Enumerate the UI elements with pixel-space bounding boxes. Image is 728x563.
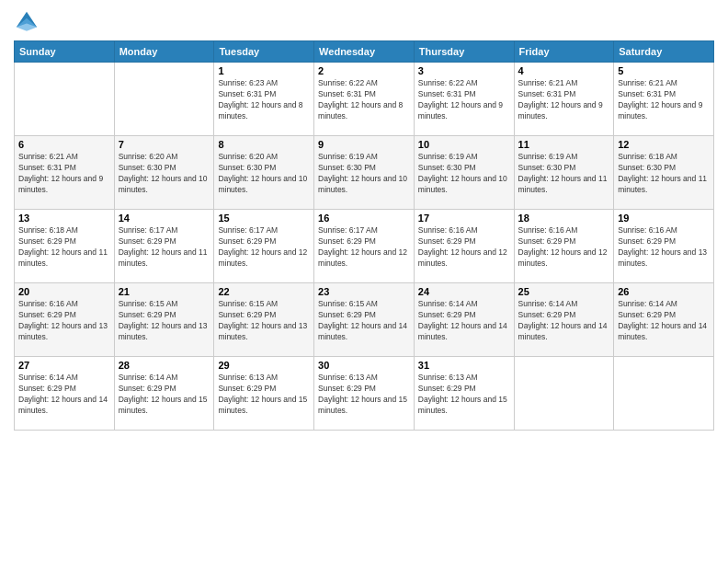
day-number: 22: [218, 286, 310, 297]
day-number: 10: [418, 139, 510, 150]
day-cell: 9Sunrise: 6:19 AM Sunset: 6:30 PM Daylig…: [314, 136, 415, 210]
week-row-5: 27Sunrise: 6:14 AM Sunset: 6:29 PM Dayli…: [15, 357, 714, 431]
day-number: 8: [218, 139, 310, 150]
day-number: 6: [18, 139, 110, 150]
day-number: 1: [218, 65, 310, 76]
day-number: 17: [418, 213, 510, 224]
day-cell: 8Sunrise: 6:20 AM Sunset: 6:30 PM Daylig…: [214, 136, 314, 210]
day-number: 3: [418, 65, 510, 76]
day-info: Sunrise: 6:15 AM Sunset: 6:29 PM Dayligh…: [218, 299, 310, 343]
day-info: Sunrise: 6:13 AM Sunset: 6:29 PM Dayligh…: [218, 373, 310, 417]
weekday-header-tuesday: Tuesday: [214, 41, 314, 63]
day-info: Sunrise: 6:21 AM Sunset: 6:31 PM Dayligh…: [618, 78, 710, 122]
weekday-header-thursday: Thursday: [414, 41, 514, 63]
weekday-header-monday: Monday: [114, 41, 214, 63]
day-info: Sunrise: 6:17 AM Sunset: 6:29 PM Dayligh…: [318, 225, 410, 270]
day-cell: [15, 63, 115, 136]
day-cell: 16Sunrise: 6:17 AM Sunset: 6:29 PM Dayli…: [314, 210, 415, 283]
day-info: Sunrise: 6:14 AM Sunset: 6:29 PM Dayligh…: [518, 299, 610, 343]
day-number: 15: [218, 213, 310, 224]
day-number: 25: [518, 286, 610, 297]
day-cell: 22Sunrise: 6:15 AM Sunset: 6:29 PM Dayli…: [214, 283, 314, 357]
day-info: Sunrise: 6:13 AM Sunset: 6:29 PM Dayligh…: [318, 373, 410, 417]
day-number: 13: [18, 213, 110, 224]
day-cell: 25Sunrise: 6:14 AM Sunset: 6:29 PM Dayli…: [514, 283, 614, 357]
day-info: Sunrise: 6:20 AM Sunset: 6:30 PM Dayligh…: [218, 152, 310, 196]
day-cell: [514, 357, 614, 431]
day-info: Sunrise: 6:16 AM Sunset: 6:29 PM Dayligh…: [18, 299, 110, 343]
day-cell: 11Sunrise: 6:19 AM Sunset: 6:30 PM Dayli…: [514, 136, 614, 210]
day-info: Sunrise: 6:22 AM Sunset: 6:31 PM Dayligh…: [318, 78, 410, 122]
day-info: Sunrise: 6:16 AM Sunset: 6:29 PM Dayligh…: [418, 225, 510, 270]
calendar-page: SundayMondayTuesdayWednesdayThursdayFrid…: [0, 0, 728, 563]
logo: [14, 9, 43, 35]
day-cell: 24Sunrise: 6:14 AM Sunset: 6:29 PM Dayli…: [414, 283, 514, 357]
day-number: 16: [318, 213, 410, 224]
day-cell: 28Sunrise: 6:14 AM Sunset: 6:29 PM Dayli…: [114, 357, 214, 431]
header: [14, 9, 714, 35]
day-info: Sunrise: 6:19 AM Sunset: 6:30 PM Dayligh…: [318, 152, 410, 196]
day-number: 21: [119, 286, 210, 297]
day-number: 4: [518, 65, 610, 76]
day-number: 23: [318, 286, 410, 297]
day-number: 12: [618, 139, 710, 150]
day-cell: 27Sunrise: 6:14 AM Sunset: 6:29 PM Dayli…: [15, 357, 115, 431]
weekday-header-wednesday: Wednesday: [314, 41, 415, 63]
day-cell: 5Sunrise: 6:21 AM Sunset: 6:31 PM Daylig…: [614, 63, 714, 136]
day-cell: 6Sunrise: 6:21 AM Sunset: 6:31 PM Daylig…: [15, 136, 115, 210]
day-cell: 30Sunrise: 6:13 AM Sunset: 6:29 PM Dayli…: [314, 357, 415, 431]
weekday-header-friday: Friday: [514, 41, 614, 63]
day-cell: 2Sunrise: 6:22 AM Sunset: 6:31 PM Daylig…: [314, 63, 415, 136]
day-cell: 4Sunrise: 6:21 AM Sunset: 6:31 PM Daylig…: [514, 63, 614, 136]
day-cell: 18Sunrise: 6:16 AM Sunset: 6:29 PM Dayli…: [514, 210, 614, 283]
day-number: 30: [318, 360, 410, 371]
day-cell: 29Sunrise: 6:13 AM Sunset: 6:29 PM Dayli…: [214, 357, 314, 431]
day-info: Sunrise: 6:21 AM Sunset: 6:31 PM Dayligh…: [18, 152, 110, 196]
day-number: 9: [318, 139, 410, 150]
day-info: Sunrise: 6:14 AM Sunset: 6:29 PM Dayligh…: [418, 299, 510, 343]
day-info: Sunrise: 6:21 AM Sunset: 6:31 PM Dayligh…: [518, 78, 610, 122]
day-info: Sunrise: 6:17 AM Sunset: 6:29 PM Dayligh…: [218, 225, 310, 270]
week-row-4: 20Sunrise: 6:16 AM Sunset: 6:29 PM Dayli…: [15, 283, 714, 357]
day-cell: 17Sunrise: 6:16 AM Sunset: 6:29 PM Dayli…: [414, 210, 514, 283]
day-cell: 21Sunrise: 6:15 AM Sunset: 6:29 PM Dayli…: [114, 283, 214, 357]
day-number: 7: [119, 139, 210, 150]
day-cell: 14Sunrise: 6:17 AM Sunset: 6:29 PM Dayli…: [114, 210, 214, 283]
day-number: 20: [18, 286, 110, 297]
weekday-header-sunday: Sunday: [15, 41, 115, 63]
day-info: Sunrise: 6:19 AM Sunset: 6:30 PM Dayligh…: [518, 152, 610, 196]
day-cell: 23Sunrise: 6:15 AM Sunset: 6:29 PM Dayli…: [314, 283, 415, 357]
calendar-table: SundayMondayTuesdayWednesdayThursdayFrid…: [14, 40, 714, 431]
day-cell: 7Sunrise: 6:20 AM Sunset: 6:30 PM Daylig…: [114, 136, 214, 210]
day-info: Sunrise: 6:16 AM Sunset: 6:29 PM Dayligh…: [518, 225, 610, 270]
day-number: 19: [618, 213, 710, 224]
weekday-header-saturday: Saturday: [614, 41, 714, 63]
day-number: 29: [218, 360, 310, 371]
day-info: Sunrise: 6:19 AM Sunset: 6:30 PM Dayligh…: [418, 152, 510, 196]
day-cell: [614, 357, 714, 431]
day-info: Sunrise: 6:16 AM Sunset: 6:29 PM Dayligh…: [618, 225, 710, 270]
weekday-header-row: SundayMondayTuesdayWednesdayThursdayFrid…: [15, 41, 714, 63]
day-number: 31: [418, 360, 510, 371]
week-row-2: 6Sunrise: 6:21 AM Sunset: 6:31 PM Daylig…: [15, 136, 714, 210]
day-cell: 20Sunrise: 6:16 AM Sunset: 6:29 PM Dayli…: [15, 283, 115, 357]
day-info: Sunrise: 6:17 AM Sunset: 6:29 PM Dayligh…: [119, 225, 210, 270]
day-cell: 26Sunrise: 6:14 AM Sunset: 6:29 PM Dayli…: [614, 283, 714, 357]
day-number: 2: [318, 65, 410, 76]
day-number: 27: [18, 360, 110, 371]
day-number: 18: [518, 213, 610, 224]
day-info: Sunrise: 6:18 AM Sunset: 6:29 PM Dayligh…: [18, 225, 110, 270]
day-info: Sunrise: 6:14 AM Sunset: 6:29 PM Dayligh…: [119, 373, 210, 417]
day-number: 11: [518, 139, 610, 150]
logo-icon: [14, 9, 40, 35]
day-number: 5: [618, 65, 710, 76]
day-info: Sunrise: 6:14 AM Sunset: 6:29 PM Dayligh…: [18, 373, 110, 417]
day-cell: 15Sunrise: 6:17 AM Sunset: 6:29 PM Dayli…: [214, 210, 314, 283]
day-cell: 1Sunrise: 6:23 AM Sunset: 6:31 PM Daylig…: [214, 63, 314, 136]
day-info: Sunrise: 6:23 AM Sunset: 6:31 PM Dayligh…: [218, 78, 310, 122]
day-cell: 19Sunrise: 6:16 AM Sunset: 6:29 PM Dayli…: [614, 210, 714, 283]
day-info: Sunrise: 6:18 AM Sunset: 6:30 PM Dayligh…: [618, 152, 710, 196]
day-number: 26: [618, 286, 710, 297]
day-number: 14: [119, 213, 210, 224]
day-cell: 3Sunrise: 6:22 AM Sunset: 6:31 PM Daylig…: [414, 63, 514, 136]
